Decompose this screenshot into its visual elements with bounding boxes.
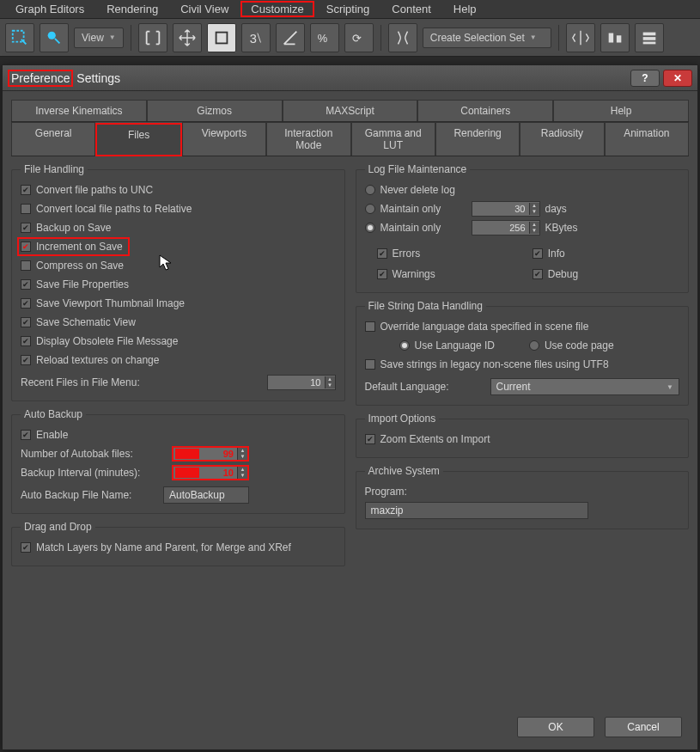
selection-box-icon[interactable] bbox=[207, 23, 236, 52]
log-checkbox[interactable] bbox=[533, 248, 543, 259]
toolbar-separator bbox=[558, 25, 559, 51]
zoom-extents-checkbox[interactable] bbox=[365, 434, 375, 444]
log-suffix-label: KBytes bbox=[545, 222, 578, 234]
toolbar-separator bbox=[131, 25, 131, 51]
mirror-icon[interactable] bbox=[566, 23, 595, 52]
drag-drop-group: Drag and Drop Match Layers by Name and P… bbox=[11, 521, 345, 566]
file-handling-checkbox[interactable] bbox=[21, 336, 31, 346]
tab-viewports[interactable]: Viewports bbox=[182, 122, 266, 156]
file-handling-checkbox[interactable] bbox=[21, 298, 31, 309]
log-checkbox[interactable] bbox=[377, 248, 387, 259]
recent-files-spinner[interactable]: ▲▼ bbox=[267, 375, 336, 390]
angle-snap-icon[interactable] bbox=[276, 23, 305, 52]
file-handling-label: Convert local file paths to Relative bbox=[36, 203, 192, 215]
file-handling-checkbox[interactable] bbox=[21, 204, 31, 214]
default-language-dropdown[interactable]: Current▼ bbox=[490, 378, 680, 395]
select-region-icon[interactable] bbox=[5, 23, 34, 52]
menu-scripting[interactable]: Scripting bbox=[316, 1, 380, 17]
tab-containers[interactable]: Containers bbox=[417, 100, 553, 121]
file-handling-checkbox[interactable] bbox=[21, 260, 31, 271]
file-handling-checkbox[interactable] bbox=[21, 223, 31, 233]
log-checkbox-label: Errors bbox=[393, 248, 421, 260]
file-handling-checkbox[interactable] bbox=[21, 185, 31, 195]
log-checkbox[interactable] bbox=[377, 269, 387, 279]
menu-civil-view[interactable]: Civil View bbox=[170, 1, 239, 17]
log-value-spinner[interactable]: ▲▼ bbox=[472, 220, 540, 235]
use-language-id-radio[interactable] bbox=[399, 340, 410, 351]
view-dropdown[interactable]: View▼ bbox=[74, 28, 124, 48]
save-utf8-checkbox[interactable] bbox=[365, 359, 375, 370]
recent-files-input[interactable] bbox=[268, 377, 325, 388]
enable-autobackup-checkbox[interactable] bbox=[21, 430, 31, 440]
tab-inverse-kinematics[interactable]: Inverse Kinematics bbox=[11, 100, 147, 121]
menu-help[interactable]: Help bbox=[443, 1, 487, 17]
tab-radiosity[interactable]: Radiosity bbox=[520, 122, 604, 156]
zoom-extents-label: Zoom Extents on Import bbox=[380, 433, 490, 445]
tab-animation[interactable]: Animation bbox=[605, 122, 689, 156]
cancel-button[interactable]: Cancel bbox=[605, 717, 682, 737]
dialog-titlebar: Preference Settings ? ✕ bbox=[3, 65, 697, 91]
ok-button[interactable]: OK bbox=[517, 717, 594, 737]
menu-customize[interactable]: Customize bbox=[240, 1, 313, 17]
file-handling-label: Increment on Save bbox=[36, 241, 123, 253]
spinner-snap-icon[interactable]: ⟳ bbox=[344, 23, 374, 52]
log-value-input[interactable] bbox=[472, 223, 529, 233]
log-radio[interactable] bbox=[365, 223, 375, 233]
tab-gamma-lut[interactable]: Gamma and LUT bbox=[351, 122, 435, 156]
filter-icon[interactable] bbox=[40, 23, 69, 52]
align-icon[interactable] bbox=[600, 23, 630, 52]
log-radio[interactable] bbox=[365, 185, 375, 195]
autobackup-filename-input[interactable] bbox=[163, 486, 249, 504]
close-button[interactable]: ✕ bbox=[663, 70, 692, 87]
percent-snap-icon[interactable]: % bbox=[310, 23, 339, 52]
program-input[interactable] bbox=[365, 502, 588, 519]
default-language-label: Default Language: bbox=[365, 381, 485, 393]
menu-graph-editors[interactable]: Graph Editors bbox=[5, 1, 94, 17]
override-lang-checkbox[interactable] bbox=[365, 321, 375, 332]
archive-system-group: Archive System Program: bbox=[356, 465, 690, 529]
file-string-legend: File String Data Handling bbox=[365, 300, 486, 312]
file-handling-checkbox[interactable] bbox=[21, 241, 31, 252]
layers-icon[interactable] bbox=[635, 23, 664, 52]
menu-content[interactable]: Content bbox=[381, 1, 441, 17]
tab-maxscript[interactable]: MAXScript bbox=[283, 100, 418, 121]
autobackup-value-input[interactable] bbox=[199, 449, 237, 459]
tab-interaction-mode[interactable]: Interaction Mode bbox=[266, 122, 350, 156]
log-checkbox[interactable] bbox=[533, 269, 543, 279]
log-radio-label: Never delete log bbox=[380, 184, 466, 196]
enable-autobackup-label: Enable bbox=[36, 429, 68, 441]
log-radio[interactable] bbox=[365, 204, 375, 214]
tab-rendering[interactable]: Rendering bbox=[435, 122, 520, 156]
recent-files-label: Recent Files in File Menu: bbox=[21, 376, 140, 388]
file-handling-checkbox[interactable] bbox=[21, 279, 31, 290]
tab-files[interactable]: Files bbox=[95, 123, 181, 156]
toolbar: View▼ 3 % ⟳ Create Selection Set▼ bbox=[0, 19, 700, 57]
import-options-legend: Import Options bbox=[365, 413, 440, 425]
tab-general[interactable]: General bbox=[11, 122, 95, 156]
match-layers-checkbox[interactable] bbox=[21, 542, 31, 553]
autobackup-spinner[interactable]: ▲▼ bbox=[172, 465, 249, 480]
right-column: Log File Maintenance Never delete logMai… bbox=[356, 163, 690, 572]
constraint-3-icon[interactable]: 3 bbox=[241, 23, 271, 52]
named-selection-icon[interactable] bbox=[388, 23, 417, 52]
move-icon[interactable] bbox=[173, 23, 202, 52]
log-value-input[interactable] bbox=[472, 204, 529, 214]
svg-point-1 bbox=[48, 31, 56, 39]
tab-gizmos[interactable]: Gizmos bbox=[147, 100, 283, 121]
tab-row-top: Inverse Kinematics Gizmos MAXScript Cont… bbox=[11, 100, 689, 122]
tab-row-bottom: General Files Viewports Interaction Mode… bbox=[11, 122, 689, 156]
autobackup-spinner[interactable]: ▲▼ bbox=[172, 446, 249, 462]
menu-rendering[interactable]: Rendering bbox=[96, 1, 168, 17]
help-button[interactable]: ? bbox=[630, 70, 660, 87]
log-suffix-label: days bbox=[545, 203, 567, 215]
log-value-spinner[interactable]: ▲▼ bbox=[472, 201, 540, 217]
file-handling-checkbox[interactable] bbox=[21, 355, 31, 365]
tab-help[interactable]: Help bbox=[553, 100, 689, 121]
use-code-page-radio[interactable] bbox=[529, 340, 539, 351]
svg-text:%: % bbox=[317, 31, 326, 44]
selection-bracket-icon[interactable] bbox=[138, 23, 167, 52]
selection-set-dropdown[interactable]: Create Selection Set▼ bbox=[423, 28, 551, 48]
autobackup-value-input[interactable] bbox=[199, 468, 237, 478]
file-handling-checkbox[interactable] bbox=[21, 317, 31, 327]
file-handling-label: Save File Properties bbox=[36, 278, 129, 290]
